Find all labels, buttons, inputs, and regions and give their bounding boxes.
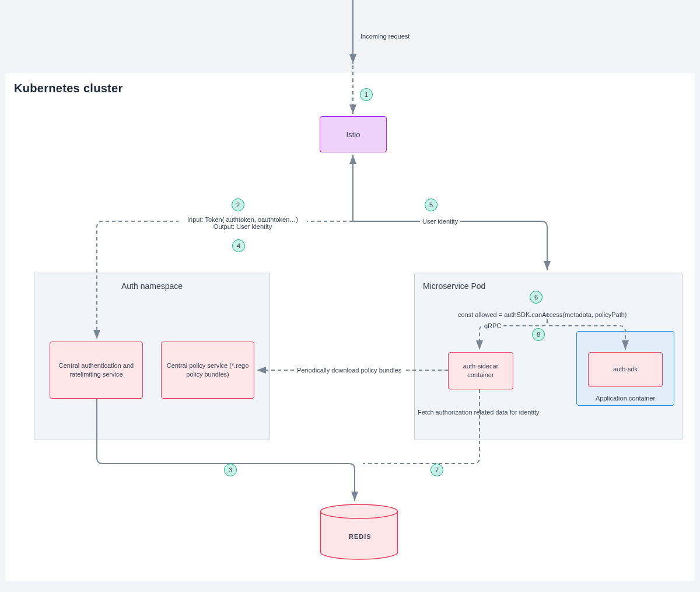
input-line: Input: Token( authtoken, oauthtoken…) <box>178 216 307 223</box>
redis-cylinder <box>320 503 398 560</box>
step-7: 7 <box>430 464 443 476</box>
user-identity-label: User identity <box>420 218 460 225</box>
step-8: 8 <box>532 328 545 341</box>
fetch-auth-label: Fetch authorization related data for ide… <box>418 409 540 416</box>
app-container-label: Application container <box>577 395 674 402</box>
central-auth-box: Central authentication and ratelimiting … <box>50 342 143 399</box>
auth-sidecar-label: auth-sidecar container <box>452 362 509 380</box>
policy-download-label: Periodically download policy bundles <box>295 367 404 374</box>
step-3: 3 <box>224 464 237 476</box>
auth-sidecar-box: auth-sidecar container <box>448 352 513 389</box>
auth-sdk-label: auth-sdk <box>613 365 638 374</box>
grpc-label: gRPC <box>482 322 503 329</box>
auth-sdk-box: auth-sdk <box>588 352 663 387</box>
step-5: 5 <box>425 199 438 211</box>
step-2: 2 <box>232 199 244 211</box>
step-6: 6 <box>530 291 542 304</box>
istio-label: Istio <box>346 130 360 139</box>
input-label: Input: Token( authtoken, oauthtoken…) Ou… <box>178 216 307 230</box>
can-access-label: const allowed = authSDK.canAccess(metada… <box>458 311 627 318</box>
istio-box: Istio <box>320 116 387 152</box>
central-policy-label: Central policy service (*.rego policy bu… <box>165 361 250 379</box>
central-auth-label: Central authentication and ratelimiting … <box>54 361 139 379</box>
ms-pod-title: Microservice Pod <box>415 273 682 291</box>
redis-label: REDIS <box>349 533 372 540</box>
step-1: 1 <box>360 88 373 101</box>
auth-namespace-title: Auth namespace <box>34 273 270 291</box>
step-4: 4 <box>232 239 245 252</box>
central-policy-box: Central policy service (*.rego policy bu… <box>161 342 254 399</box>
cluster-title: Kubernetes cluster <box>14 82 123 95</box>
incoming-label: Incoming request <box>360 33 410 40</box>
output-line: Output: User identity <box>178 223 307 230</box>
svg-point-4 <box>321 504 398 518</box>
